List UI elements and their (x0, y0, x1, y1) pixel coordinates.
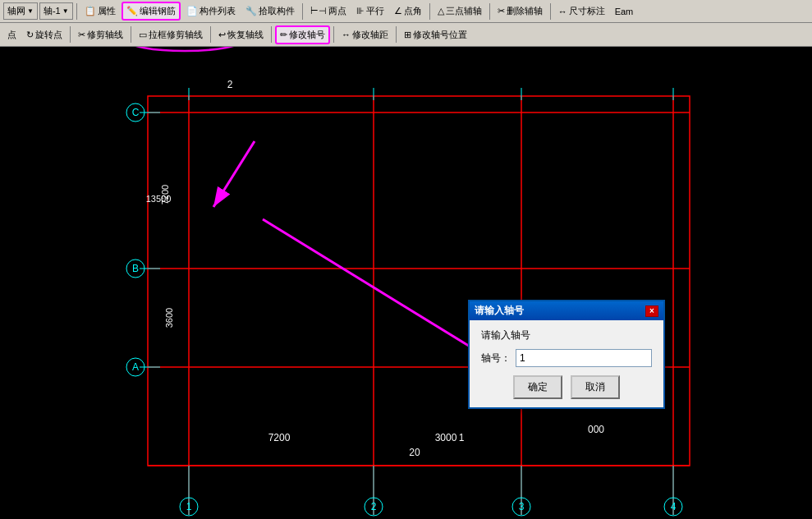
modify-axis-num-icon: ✏ (280, 30, 287, 40)
dialog-close-button[interactable]: × (645, 305, 658, 317)
eam-label: Eam (615, 7, 634, 16)
svg-text:3000: 3000 (435, 432, 457, 443)
delete-axis-icon: ✂ (498, 6, 505, 16)
dialog-buttons: 确定 取消 (481, 375, 652, 399)
three-point-axis-label: 三点辅轴 (446, 5, 482, 17)
edit-rebar-button[interactable]: ✏️ 编辑钢筋 (122, 2, 181, 21)
parallel-label: 平行 (366, 5, 384, 17)
axis-1-dropdown[interactable]: 轴-1 ▼ (39, 2, 73, 20)
component-list-icon: 📄 (186, 6, 198, 16)
rotate-point-button[interactable]: ↻ 旋转点 (22, 26, 67, 44)
dialog-field-label: 轴号： (481, 351, 511, 365)
eam-button[interactable]: Eam (611, 4, 638, 19)
svg-text:4: 4 (671, 501, 677, 512)
svg-text:000: 000 (588, 424, 604, 435)
dialog-cancel-button[interactable]: 取消 (571, 375, 620, 399)
component-list-button[interactable]: 📄 构件列表 (182, 2, 240, 20)
corner-angle-button[interactable]: ∠ 点角 (390, 2, 426, 20)
restore-line-button[interactable]: ↩ 恢复轴线 (214, 26, 268, 44)
svg-text:C: C (132, 107, 140, 118)
corner-angle-icon: ∠ (394, 6, 402, 16)
separator-r3 (210, 26, 211, 43)
separator-r2 (131, 26, 131, 43)
svg-text:3600: 3600 (164, 308, 174, 328)
separator-5 (550, 3, 551, 20)
modify-axis-pos-label: 修改轴号位置 (413, 29, 467, 41)
component-list-label: 构件列表 (200, 5, 236, 17)
svg-text:7200: 7200 (160, 185, 170, 204)
axis-1-label: 轴-1 (44, 5, 61, 17)
dim-label-text: 尺寸标注 (569, 5, 605, 17)
modify-axis-pos-button[interactable]: ⊞ 修改轴号位置 (400, 26, 471, 44)
corner-angle-label: 点角 (404, 5, 422, 17)
two-points-icon: ⊢⊣ (310, 6, 327, 16)
modify-axis-dist-icon: ↔ (342, 30, 351, 39)
separator-3 (429, 3, 430, 20)
svg-text:1: 1 (186, 501, 192, 512)
trim-axis-button[interactable]: ✂ 修剪轴线 (74, 26, 127, 44)
svg-text:2: 2 (227, 79, 233, 90)
separator-4 (489, 3, 490, 20)
modify-axis-num-button[interactable]: ✏ 修改轴号 (275, 25, 330, 44)
modify-axis-pos-icon: ⊞ (404, 30, 411, 40)
axis-net-dropdown[interactable]: 轴网 ▼ (3, 2, 38, 20)
pickup-component-button[interactable]: 🔧 拾取构件 (241, 2, 299, 20)
point-button[interactable]: 点 (3, 26, 21, 44)
svg-text:7200: 7200 (268, 432, 291, 443)
separator-2 (302, 3, 303, 20)
parallel-icon: ⊪ (356, 6, 365, 16)
separator-1 (76, 3, 77, 20)
dialog-axis-input[interactable] (516, 349, 652, 367)
edit-rebar-icon: ✏️ (126, 6, 138, 16)
trim-axis-label: 修剪轴线 (87, 29, 123, 41)
property-button[interactable]: 📋 属性 (80, 2, 120, 20)
drag-trim-icon: ▭ (139, 30, 147, 40)
restore-icon: ↩ (218, 30, 226, 40)
point-label: 点 (7, 29, 16, 41)
property-icon: 📋 (85, 6, 96, 16)
rotate-icon: ↻ (26, 30, 34, 40)
restore-line-label: 恢复轴线 (227, 29, 264, 41)
rotate-point-label: 旋转点 (35, 29, 62, 41)
two-points-label: 两点 (328, 5, 346, 17)
dialog-field-row: 轴号： (481, 349, 652, 367)
dim-label-button[interactable]: ↔ 尺寸标注 (554, 2, 609, 20)
toolbar-container: 轴网 ▼ 轴-1 ▼ 📋 属性 ✏️ 编辑钢筋 📄 构件列表 🔧 拾取构件 ⊢⊣… (0, 0, 812, 47)
axis-net-label: 轴网 (7, 5, 25, 17)
separator-r6 (396, 26, 397, 43)
three-point-axis-icon: △ (438, 6, 444, 16)
svg-text:20: 20 (409, 447, 420, 458)
axis-net-arrow-icon: ▼ (27, 7, 34, 15)
svg-text:2: 2 (371, 501, 377, 512)
close-icon: × (649, 306, 654, 315)
svg-rect-0 (148, 96, 690, 466)
pickup-icon: 🔧 (245, 6, 257, 16)
modify-axis-dist-button[interactable]: ↔ 修改轴距 (337, 26, 392, 44)
canvas-area: 2 13500 7200 3600 7200 3000 1 000 20 C B… (0, 47, 812, 519)
separator-r4 (271, 26, 272, 43)
separator-r5 (333, 26, 334, 43)
svg-text:3: 3 (519, 501, 525, 512)
dialog-title: 请输入轴号 (475, 304, 524, 318)
dim-label-icon: ↔ (558, 7, 567, 16)
svg-text:1: 1 (459, 432, 465, 443)
trim-icon: ✂ (78, 30, 85, 40)
toolbar-row2: 点 ↻ 旋转点 ✂ 修剪轴线 ▭ 拉框修剪轴线 ↩ 恢复轴线 ✏ 修改轴号 ↔ … (0, 23, 812, 46)
grid-svg: 2 13500 7200 3600 7200 3000 1 000 20 C B… (0, 47, 812, 519)
dialog-box: 请输入轴号 × 请输入轴号 轴号： 确定 取消 (468, 300, 665, 409)
separator-r1 (70, 26, 71, 43)
drag-trim-button[interactable]: ▭ 拉框修剪轴线 (135, 26, 207, 44)
edit-rebar-label: 编辑钢筋 (140, 5, 176, 17)
two-points-button[interactable]: ⊢⊣ 两点 (306, 2, 351, 20)
toolbar-row1: 轴网 ▼ 轴-1 ▼ 📋 属性 ✏️ 编辑钢筋 📄 构件列表 🔧 拾取构件 ⊢⊣… (0, 0, 812, 23)
three-point-axis-button[interactable]: △ 三点辅轴 (434, 2, 486, 20)
axis-1-arrow-icon: ▼ (62, 7, 69, 15)
drag-trim-label: 拉框修剪轴线 (149, 29, 203, 41)
svg-text:A: A (132, 361, 139, 373)
parallel-button[interactable]: ⊪ 平行 (352, 2, 388, 20)
property-label: 属性 (98, 5, 116, 17)
dialog-confirm-button[interactable]: 确定 (513, 375, 562, 399)
pickup-label: 拾取构件 (259, 5, 295, 17)
modify-axis-num-label: 修改轴号 (289, 29, 325, 41)
delete-axis-button[interactable]: ✂ 删除辅轴 (493, 2, 547, 20)
